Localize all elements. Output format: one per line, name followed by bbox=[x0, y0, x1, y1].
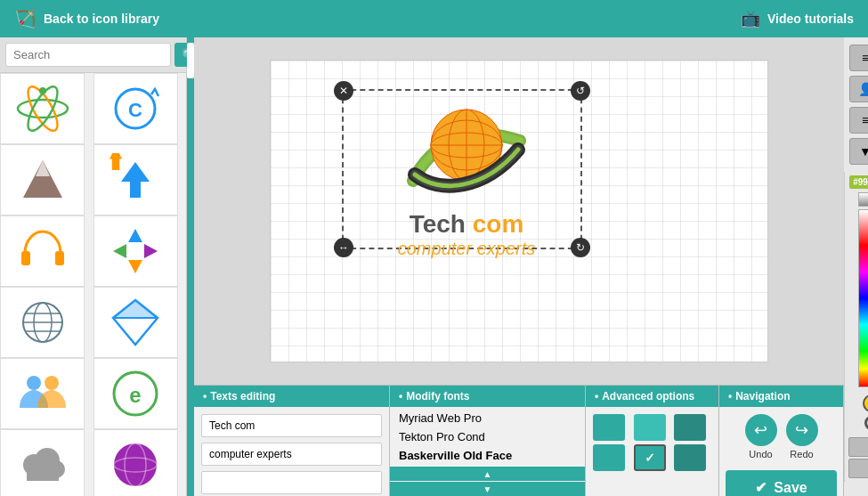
icon-mountain[interactable] bbox=[0, 144, 85, 215]
navigation-label: Navigation bbox=[735, 390, 790, 402]
font-name-tekton: Tekton Pro Cond bbox=[399, 430, 485, 443]
texts-editing-header: Texts editing bbox=[194, 386, 389, 407]
icon-diamond[interactable] bbox=[93, 287, 178, 358]
redo-label: Redo bbox=[790, 449, 813, 459]
back-to-library-btn[interactable]: 🏹 Back to icon library bbox=[14, 8, 159, 29]
grid-btn-3[interactable] bbox=[848, 459, 869, 478]
search-bar: 🔍 bbox=[0, 37, 186, 73]
icon-people[interactable] bbox=[0, 358, 85, 429]
color-marker-ring[interactable] bbox=[864, 416, 869, 430]
font-name-myriad: Myriad Web Pro bbox=[399, 411, 482, 425]
advanced-options-panel: Advanced options ✓ bbox=[586, 386, 719, 496]
svg-marker-9 bbox=[126, 164, 144, 198]
logo-text-sub: computer experts bbox=[351, 239, 582, 259]
canvas-wrapper: ✕ ↺ ↔ ↻ bbox=[194, 37, 844, 385]
text-input-3[interactable] bbox=[201, 471, 382, 494]
font-scroll-up-btn[interactable]: ▲ bbox=[390, 467, 585, 481]
modify-fonts-panel: Modify fonts Myriad Web Pro Tekton Pro C… bbox=[390, 386, 586, 496]
modify-fonts-header: Modify fonts bbox=[390, 386, 585, 407]
svg-marker-7 bbox=[36, 160, 50, 176]
advanced-options-label: Advanced options bbox=[602, 390, 694, 402]
color-picker: #99C237 bbox=[844, 172, 868, 482]
icon-globe-gray[interactable] bbox=[0, 287, 85, 358]
advanced-options-header: Advanced options bbox=[586, 386, 718, 407]
texts-editing-label: Texts editing bbox=[210, 390, 275, 402]
svg-point-25 bbox=[27, 376, 41, 390]
back-arrow-icon: 🏹 bbox=[14, 8, 37, 29]
right-side: ≡ 👤 ≡ ▼ #99C237 bbox=[844, 37, 868, 496]
font-list: Myriad Web Pro Tekton Pro Cond Baskervil… bbox=[390, 407, 585, 467]
swatch-4[interactable] bbox=[593, 444, 625, 471]
swatch-3[interactable] bbox=[674, 414, 706, 441]
grid-btn-1[interactable] bbox=[848, 437, 869, 457]
font-item-baskerville[interactable]: Baskerville Old Face bbox=[390, 446, 585, 465]
canvas-board[interactable]: ✕ ↺ ↔ ↻ bbox=[270, 60, 768, 362]
logo-text-highlight: com bbox=[473, 210, 524, 238]
sidebar-scrollbar[interactable] bbox=[187, 37, 194, 496]
logo-globe-svg bbox=[395, 96, 538, 203]
icon-arrow-up[interactable] bbox=[93, 144, 178, 215]
svg-text:C: C bbox=[128, 99, 142, 121]
swatch-1[interactable] bbox=[593, 414, 625, 441]
svg-point-33 bbox=[114, 443, 157, 486]
undo-label: Undo bbox=[749, 449, 772, 459]
navigation-header: Navigation bbox=[719, 386, 843, 407]
texts-editing-panel: Texts editing bbox=[194, 386, 390, 496]
font-item-myriad[interactable]: Myriad Web Pro bbox=[390, 409, 585, 427]
icon-sidebar: 🔍 C bbox=[0, 37, 187, 496]
modify-fonts-label: Modify fonts bbox=[406, 390, 469, 402]
fill-tool-btn[interactable]: ▼ bbox=[849, 138, 868, 165]
header: 🏹 Back to icon library 📺 Video tutorials bbox=[0, 0, 868, 37]
svg-point-0 bbox=[18, 100, 68, 118]
scroll-thumb bbox=[187, 43, 194, 78]
text-input-1[interactable] bbox=[201, 414, 382, 437]
person-tool-btn[interactable]: 👤 bbox=[849, 76, 868, 102]
redo-icon: ↪ bbox=[786, 414, 818, 446]
list-view-tool-btn[interactable]: ≡ bbox=[849, 45, 868, 71]
icon-arrows[interactable] bbox=[93, 215, 178, 287]
svg-rect-11 bbox=[21, 251, 30, 265]
video-tutorials-btn[interactable]: 📺 Video tutorials bbox=[741, 9, 854, 28]
checkmark-icon: ✓ bbox=[645, 451, 655, 465]
swatch-5-selected[interactable]: ✓ bbox=[634, 444, 666, 471]
save-button[interactable]: ✔ Save bbox=[726, 470, 837, 496]
icon-atom[interactable] bbox=[0, 73, 85, 144]
icon-headphones[interactable] bbox=[0, 215, 85, 287]
swatch-2[interactable] bbox=[634, 414, 666, 441]
back-label: Back to icon library bbox=[44, 12, 159, 26]
video-label: Video tutorials bbox=[767, 12, 854, 26]
checkmark-save-icon: ✔ bbox=[755, 479, 767, 496]
swatch-6[interactable] bbox=[674, 444, 706, 471]
color-swatches: ✓ bbox=[586, 407, 718, 478]
icon-refresh-c[interactable]: C bbox=[93, 73, 178, 144]
logo-text-plain: Tech bbox=[410, 210, 473, 238]
color-gradient-strip[interactable] bbox=[858, 209, 869, 387]
svg-rect-12 bbox=[55, 251, 64, 265]
icon-circle-c[interactable]: e bbox=[93, 358, 178, 429]
svg-point-26 bbox=[45, 376, 59, 390]
text-tool-btn[interactable]: ≡ bbox=[849, 107, 868, 134]
undo-button[interactable]: ↩ Undo bbox=[745, 414, 777, 459]
bottom-panels: Texts editing Modify fonts Myriad Web Pr… bbox=[194, 385, 844, 496]
canvas-tool-buttons: ≡ 👤 ≡ ▼ bbox=[844, 37, 868, 172]
main-area: 🔍 C bbox=[0, 37, 868, 496]
video-icon: 📺 bbox=[741, 9, 760, 28]
color-hex-badge[interactable]: #99C237 bbox=[849, 175, 868, 189]
redo-button[interactable]: ↪ Redo bbox=[786, 414, 818, 459]
svg-marker-23 bbox=[113, 300, 158, 318]
grayscale-strip[interactable] bbox=[858, 192, 869, 207]
svg-marker-14 bbox=[144, 244, 158, 258]
font-item-tekton[interactable]: Tekton Pro Cond bbox=[390, 427, 585, 446]
search-input[interactable] bbox=[5, 43, 171, 67]
logo-text-main: Tech com bbox=[351, 210, 582, 239]
text-input-2[interactable] bbox=[201, 443, 382, 466]
font-scroll-down-btn[interactable]: ▼ bbox=[390, 482, 585, 496]
svg-marker-15 bbox=[128, 260, 142, 273]
svg-marker-13 bbox=[128, 229, 142, 242]
icon-cloud[interactable] bbox=[0, 429, 85, 496]
icon-sphere[interactable] bbox=[93, 429, 178, 496]
navigation-panel: Navigation ↩ Undo ↪ Redo ✔ Save bbox=[719, 386, 844, 496]
nav-actions: ↩ Undo ↪ Redo bbox=[719, 407, 843, 467]
text-inputs bbox=[194, 407, 389, 496]
color-marker-dot[interactable] bbox=[863, 394, 869, 412]
